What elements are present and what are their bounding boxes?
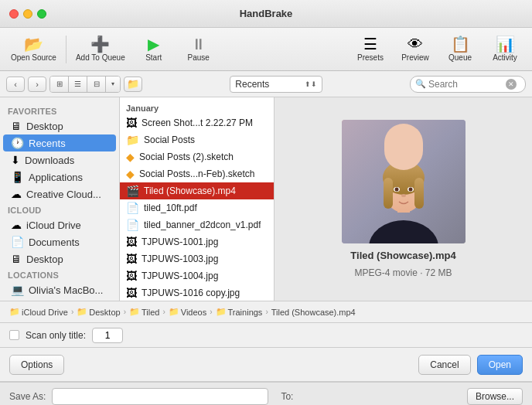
- recents-selector[interactable]: Recents ⬆⬇: [230, 76, 322, 93]
- minimize-button[interactable]: [23, 9, 32, 19]
- file-item-social-posts-feb[interactable]: ◆ Social Posts...n-Feb).sketch: [120, 165, 274, 182]
- sidebar-item-olivia[interactable]: 💻 Olivia's MacBo...: [3, 281, 116, 298]
- macbook-icon: 💻: [11, 284, 24, 296]
- desktop-icon: 🖥: [11, 120, 22, 132]
- file-item-tjpuws-1001[interactable]: 🖼 TJPUWS-1001.jpg: [120, 233, 274, 250]
- svg-rect-6: [414, 178, 424, 209]
- preview-icon: 👁: [408, 36, 423, 52]
- sidebar-applications-label: Applications: [29, 172, 83, 183]
- svg-point-11: [401, 194, 406, 197]
- activity-button[interactable]: 📊 Activity: [484, 32, 526, 67]
- bc-sep-3: ›: [162, 308, 165, 316]
- bc-tiled[interactable]: Tiled: [142, 308, 159, 317]
- folder-icon: 📁: [126, 134, 139, 146]
- queue-icon: 📋: [451, 36, 470, 52]
- scan-input[interactable]: [92, 328, 123, 343]
- browse-button[interactable]: Browse...: [467, 388, 523, 405]
- preview-button[interactable]: 👁 Preview: [394, 32, 436, 67]
- file-item-tjpuws-1004[interactable]: 🖼 TJPUWS-1004.jpg: [120, 267, 274, 284]
- recents-label: Recents: [235, 79, 269, 90]
- bc-trainings[interactable]: Trainings: [228, 308, 263, 317]
- file-item-tjpuws-1016-copy[interactable]: 🖼 TJPUWS-1016 copy.jpg: [120, 284, 274, 301]
- screenshot-icon: 🖼: [126, 117, 137, 129]
- view-dropdown-button[interactable]: ▾: [106, 77, 120, 92]
- open-button[interactable]: Open: [477, 355, 523, 375]
- bc-icloud-drive[interactable]: iCloud Drive: [22, 308, 68, 317]
- presets-button[interactable]: ☰ Presets: [350, 32, 391, 67]
- jpg4-icon: 🖼: [126, 287, 137, 299]
- nav-bar: ‹ › ⊞ ☰ ⊟ ▾ 📁 Recents ⬆⬇ 🔍 ✕: [0, 71, 532, 97]
- preview-filename: Tiled (Showcase).mp4: [350, 250, 455, 261]
- sketch-icon: ◆: [126, 151, 135, 163]
- save-as-input[interactable]: [52, 388, 268, 405]
- start-button[interactable]: ▶ Start: [133, 32, 175, 67]
- column-view-button[interactable]: ⊟: [87, 77, 106, 92]
- preview-meta: MPEG-4 movie · 72 MB: [354, 267, 452, 278]
- bc-videos-folder-icon: 📁: [169, 307, 179, 317]
- icloud-desktop-icon: 🖥: [11, 253, 22, 265]
- preview-image: [342, 120, 466, 243]
- jpg3-icon: 🖼: [126, 270, 137, 282]
- sidebar-item-desktop[interactable]: 🖥 Desktop: [3, 117, 116, 134]
- file-item-tjpuws-1003[interactable]: 🖼 TJPUWS-1003.jpg: [120, 250, 274, 267]
- sidebar-item-downloads[interactable]: ⬇ Downloads: [3, 151, 116, 168]
- open-source-label: Open Source: [11, 53, 56, 62]
- sidebar-icloud-desktop-label: Desktop: [26, 254, 63, 265]
- new-folder-button[interactable]: 📁: [124, 77, 142, 92]
- file-item-tiled-10ft[interactable]: 📄 tiled_10ft.pdf: [120, 199, 274, 216]
- file-item-tiled-banner[interactable]: 📄 tiled_banner_d2dcon_v1.pdf: [120, 216, 274, 233]
- file-item-tiled-showcase[interactable]: 🎬 Tiled (Showcase).mp4: [120, 182, 274, 199]
- file-item-social-posts[interactable]: 📁 Social Posts: [120, 131, 274, 148]
- maximize-button[interactable]: [37, 9, 46, 19]
- sidebar-item-icloud-desktop[interactable]: 🖥 Desktop: [3, 250, 116, 267]
- bc-videos[interactable]: Videos: [181, 308, 206, 317]
- bc-sep-2: ›: [124, 308, 126, 316]
- window-title: HandBrake: [240, 8, 293, 19]
- options-button[interactable]: Options: [9, 355, 64, 375]
- add-to-queue-label: Add To Queue: [76, 53, 125, 62]
- action-bar: Options Cancel Open: [0, 348, 532, 382]
- tjpuws-1016-copy-label: TJPUWS-1016 copy.jpg: [142, 288, 240, 298]
- sidebar-olivia-label: Olivia's MacBo...: [29, 284, 103, 296]
- tiled-banner-label: tiled_banner_d2dcon_v1.pdf: [144, 220, 261, 230]
- queue-button[interactable]: 📋 Queue: [439, 32, 481, 67]
- preview-panel: Tiled (Showcase).mp4 MPEG-4 movie · 72 M…: [275, 97, 532, 301]
- sidebar-item-documents[interactable]: 📄 Documents: [3, 233, 116, 250]
- pause-button[interactable]: ⏸ Pause: [178, 32, 220, 67]
- search-icon: 🔍: [415, 79, 426, 89]
- file-item-screenshot[interactable]: 🖼 Screen Shot...t 2.22.27 PM: [120, 114, 274, 131]
- bc-file[interactable]: Tiled (Showcase).mp4: [271, 308, 356, 317]
- forward-button[interactable]: ›: [28, 77, 46, 92]
- social-posts-label: Social Posts: [144, 134, 195, 145]
- icloud-drive-icon: ☁: [11, 219, 22, 231]
- bc-desktop[interactable]: Desktop: [89, 308, 120, 317]
- sidebar-item-creative-cloud[interactable]: ☁ Creative Cloud...: [3, 185, 116, 202]
- search-clear-button[interactable]: ✕: [506, 79, 517, 90]
- sidebar-item-applications[interactable]: 📱 Applications: [3, 168, 116, 185]
- close-button[interactable]: [9, 9, 19, 19]
- scan-label: Scan only title:: [26, 330, 86, 341]
- cancel-button[interactable]: Cancel: [418, 355, 470, 375]
- presets-icon: ☰: [363, 36, 377, 52]
- documents-icon: 📄: [11, 236, 24, 248]
- video-icon: 🎬: [126, 185, 139, 197]
- scan-checkbox[interactable]: [9, 330, 19, 340]
- icon-view-button[interactable]: ⊞: [50, 77, 69, 92]
- sketch-feb-icon: ◆: [126, 168, 135, 180]
- open-source-button[interactable]: 📂 Open Source: [6, 32, 61, 67]
- sidebar-locations-label: Locations: [0, 267, 119, 281]
- toolbar: 📂 Open Source ➕ Add To Queue ▶ Start ⏸ P…: [0, 28, 532, 71]
- sidebar-item-recents[interactable]: 🕐 Recents: [3, 134, 116, 151]
- file-item-social-posts-sketch[interactable]: ◆ Social Posts (2).sketch: [120, 148, 274, 165]
- search-input[interactable]: [428, 79, 506, 90]
- svg-rect-5: [384, 178, 393, 209]
- sidebar-item-icloud-drive[interactable]: ☁ iCloud Drive: [3, 216, 116, 233]
- list-view-button[interactable]: ☰: [69, 77, 87, 92]
- search-box[interactable]: 🔍 ✕: [410, 76, 526, 93]
- back-button[interactable]: ‹: [6, 77, 25, 92]
- downloads-icon: ⬇: [11, 154, 20, 166]
- screenshot-label: Screen Shot...t 2.22.27 PM: [142, 117, 253, 128]
- breadcrumb-bar: 📁 iCloud Drive › 📁 Desktop › 📁 Tiled › 📁…: [0, 301, 532, 323]
- add-to-queue-button[interactable]: ➕ Add To Queue: [71, 32, 130, 67]
- bc-tiled-folder-icon: 📁: [129, 307, 140, 317]
